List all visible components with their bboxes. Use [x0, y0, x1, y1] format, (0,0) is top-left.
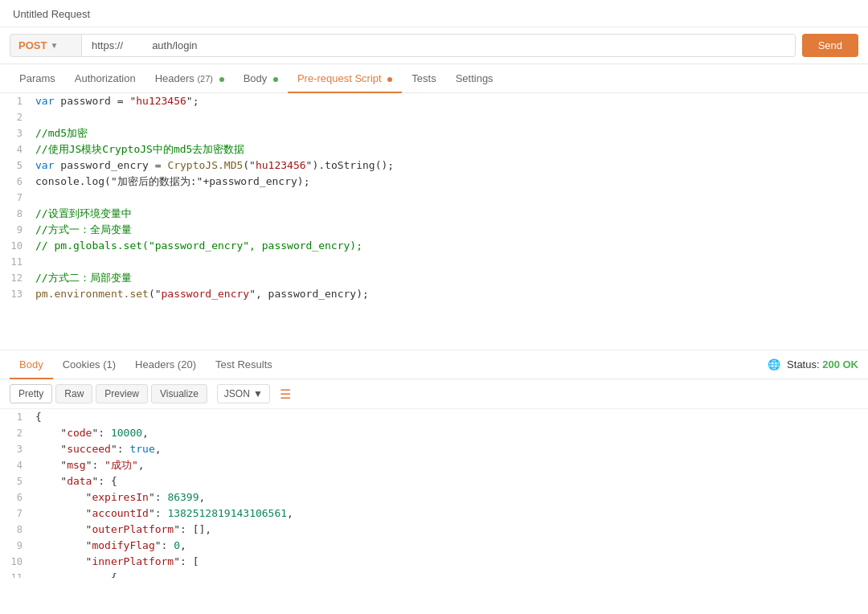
response-line: 2 "code": 10000,: [0, 425, 868, 441]
response-line-content: "outerPlatform": [],: [32, 522, 868, 538]
line-number: 9: [0, 222, 32, 238]
tab-settings[interactable]: Settings: [446, 64, 503, 92]
line-content: //设置到环境变量中: [32, 206, 868, 222]
line-number: 4: [0, 141, 32, 158]
response-line-content: "modifyFlag": 0,: [32, 538, 868, 554]
request-tabs: Params Authorization Headers (27) Body P…: [0, 64, 868, 93]
response-line: 6 "expiresIn": 86399,: [0, 489, 868, 506]
tab-params[interactable]: Params: [10, 64, 65, 92]
line-content: pm.environment.set("password_encry", pas…: [32, 286, 868, 302]
visualize-button[interactable]: Visualize: [151, 384, 207, 403]
response-line-number: 3: [0, 441, 32, 457]
response-line-content: "innerPlatform": [: [32, 554, 868, 570]
code-line: 12//方式二：局部变量: [0, 270, 868, 286]
tab-tests[interactable]: Tests: [402, 64, 445, 92]
line-content: // pm.globals.set("password_encry", pass…: [32, 238, 868, 254]
url-input[interactable]: [82, 34, 796, 57]
code-line: 13pm.environment.set("password_encry", p…: [0, 286, 868, 302]
pretty-button[interactable]: Pretty: [10, 384, 52, 403]
response-line-number: 10: [0, 554, 32, 570]
line-content: [32, 254, 868, 270]
response-line-content: "accountId": 1382512819143106561,: [32, 506, 868, 522]
title-bar: Untitled Request: [0, 0, 868, 27]
response-section: Body Cookies (1) Headers (20) Test Resul…: [0, 350, 868, 578]
status-text: Status: 200 OK: [787, 358, 858, 370]
line-number: 10: [0, 238, 32, 254]
code-line: 11: [0, 254, 868, 270]
line-content: console.log("加密后的数据为:"+password_encry);: [32, 174, 868, 190]
code-line: 6console.log("加密后的数据为:"+password_encry);: [0, 174, 868, 190]
response-line-content: {: [32, 570, 868, 578]
method-select[interactable]: POST ▼: [10, 34, 82, 57]
line-content: //方式一：全局变量: [32, 222, 868, 238]
code-line: 5var password_encry = CryptoJS.MD5("hu12…: [0, 158, 868, 174]
format-select[interactable]: JSON ▼: [217, 384, 270, 403]
line-content: var password_encry = CryptoJS.MD5("hu123…: [32, 158, 868, 174]
code-line: 3//md5加密: [0, 125, 868, 141]
response-line-number: 4: [0, 457, 32, 473]
response-line-number: 2: [0, 425, 32, 441]
tab-headers[interactable]: Headers (27): [145, 64, 234, 92]
response-tab-headers[interactable]: Headers (20): [125, 350, 206, 379]
line-content: //md5加密: [32, 125, 868, 141]
line-content: //方式二：局部变量: [32, 270, 868, 286]
tab-authorization[interactable]: Authorization: [65, 64, 145, 92]
code-line: 7: [0, 190, 868, 206]
response-tab-testresults[interactable]: Test Results: [206, 350, 282, 379]
response-line-number: 9: [0, 538, 32, 554]
tab-body[interactable]: Body: [234, 64, 288, 92]
url-bar: POST ▼ Send: [0, 27, 868, 64]
response-line: 8 "outerPlatform": [],: [0, 522, 868, 538]
code-line: 2: [0, 109, 868, 125]
method-chevron-icon: ▼: [50, 41, 58, 50]
response-line-number: 5: [0, 473, 32, 489]
response-line-content: "data": {: [32, 473, 868, 489]
response-tab-body[interactable]: Body: [10, 350, 53, 379]
response-line-number: 1: [0, 409, 32, 425]
response-tab-cookies[interactable]: Cookies (1): [53, 350, 125, 379]
line-number: 1: [0, 93, 32, 109]
wrap-icon[interactable]: ☰: [280, 387, 291, 402]
line-number: 3: [0, 125, 32, 141]
globe-icon: 🌐: [768, 358, 780, 370]
line-content: //使用JS模块CryptoJS中的md5去加密数据: [32, 141, 868, 158]
response-line: 11 {: [0, 570, 868, 578]
response-line: 3 "succeed": true,: [0, 441, 868, 457]
line-content: var password = "hu123456";: [32, 93, 868, 109]
response-line-number: 11: [0, 570, 32, 578]
body-dot: [273, 77, 278, 82]
response-line-content: "expiresIn": 86399,: [32, 489, 868, 506]
code-line: 1var password = "hu123456";: [0, 93, 868, 109]
response-line-content: {: [32, 409, 868, 425]
format-chevron-icon: ▼: [253, 388, 263, 399]
line-number: 2: [0, 109, 32, 125]
line-content: [32, 190, 868, 206]
code-line: 8//设置到环境变量中: [0, 206, 868, 222]
line-content: [32, 109, 868, 125]
tab-prerequest[interactable]: Pre-request Script: [288, 64, 402, 92]
response-line: 5 "data": {: [0, 473, 868, 489]
line-number: 7: [0, 190, 32, 206]
line-number: 8: [0, 206, 32, 222]
raw-button[interactable]: Raw: [55, 384, 92, 403]
code-editor[interactable]: 1var password = "hu123456";23//md5加密4//使…: [0, 93, 868, 350]
line-number: 6: [0, 174, 32, 190]
preview-button[interactable]: Preview: [96, 384, 148, 403]
response-line: 4 "msg": "成功",: [0, 457, 868, 473]
response-body[interactable]: 1{2 "code": 10000,3 "succeed": true,4 "m…: [0, 409, 868, 578]
send-button[interactable]: Send: [802, 34, 858, 57]
response-line: 10 "innerPlatform": [: [0, 554, 868, 570]
line-number: 5: [0, 158, 32, 174]
response-line: 1{: [0, 409, 868, 425]
response-line-number: 6: [0, 489, 32, 506]
response-line-number: 7: [0, 506, 32, 522]
response-line-content: "code": 10000,: [32, 425, 868, 441]
response-line-content: "succeed": true,: [32, 441, 868, 457]
response-line-content: "msg": "成功",: [32, 457, 868, 473]
response-line: 9 "modifyFlag": 0,: [0, 538, 868, 554]
status-area: 🌐 Status: 200 OK: [768, 358, 858, 370]
code-line: 9//方式一：全局变量: [0, 222, 868, 238]
line-number: 12: [0, 270, 32, 286]
code-line: 4//使用JS模块CryptoJS中的md5去加密数据: [0, 141, 868, 158]
prerequest-dot: [387, 77, 392, 82]
